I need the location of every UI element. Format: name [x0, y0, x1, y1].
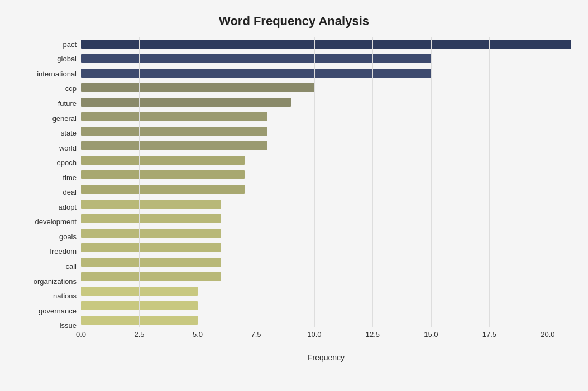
y-labels: pactglobalinternationalccpfuturegenerals… — [17, 37, 81, 350]
y-label: issue — [60, 322, 77, 329]
bar — [81, 214, 221, 223]
x-tick: 12.5 — [366, 330, 380, 339]
x-axis-label: Frequency — [308, 353, 345, 362]
bar-row — [81, 211, 571, 226]
y-label: organizations — [34, 278, 77, 285]
bar-row — [81, 109, 571, 124]
bar-row — [81, 167, 571, 182]
y-label: general — [52, 115, 77, 122]
bar-row — [81, 51, 571, 66]
bar-row — [81, 240, 571, 255]
bar — [81, 243, 221, 252]
bar-row — [81, 197, 571, 211]
bar-row — [81, 269, 571, 284]
bar-row — [81, 226, 571, 240]
bar-row — [81, 153, 571, 167]
grid-line — [256, 37, 256, 327]
y-label: ccp — [65, 85, 77, 92]
bars-rows — [81, 37, 571, 327]
grid-line — [431, 37, 432, 327]
y-label: pact — [63, 41, 77, 48]
bar — [81, 200, 221, 209]
grid-line — [372, 37, 373, 327]
y-label: freedom — [50, 248, 77, 255]
bar — [81, 272, 221, 281]
bar-row — [81, 95, 571, 109]
bars-area — [81, 37, 571, 327]
bar-row — [81, 284, 571, 298]
y-label: call — [65, 263, 77, 270]
grid-line — [139, 37, 140, 327]
y-label: state — [61, 129, 77, 137]
bar — [81, 112, 267, 121]
bar — [81, 141, 267, 150]
bar — [81, 98, 291, 107]
y-label: global — [57, 55, 77, 62]
bar-row — [81, 182, 571, 196]
bars-and-xaxis: Frequency 0.02.55.07.510.012.515.017.520… — [81, 37, 571, 350]
y-label: adopt — [58, 204, 77, 211]
bar-row — [81, 37, 571, 51]
y-label: world — [59, 144, 77, 152]
grid-line — [489, 37, 490, 327]
bar-row — [81, 298, 571, 313]
chart-title: Word Frequency Analysis — [17, 11, 571, 28]
x-tick: 2.5 — [134, 330, 144, 339]
chart-area: pactglobalinternationalccpfuturegenerals… — [17, 37, 571, 350]
grid-line — [548, 37, 548, 327]
x-tick: 7.5 — [251, 330, 261, 339]
bar — [81, 185, 245, 194]
x-tick: 0.0 — [76, 330, 86, 339]
y-label: time — [63, 174, 77, 181]
x-tick: 15.0 — [424, 330, 438, 339]
bar — [81, 156, 245, 165]
bar-row — [81, 66, 571, 80]
bar-row — [81, 313, 571, 327]
bar — [81, 229, 221, 238]
bar-row — [81, 124, 571, 138]
y-label: future — [58, 100, 77, 107]
y-label: development — [35, 218, 77, 225]
x-tick: 17.5 — [482, 330, 496, 339]
y-label: international — [37, 70, 77, 78]
x-tick: 10.0 — [307, 330, 321, 339]
bar-row — [81, 80, 571, 95]
grid-line — [198, 37, 198, 327]
bar — [81, 40, 571, 49]
x-axis: Frequency 0.02.55.07.510.012.515.017.520… — [81, 327, 571, 350]
bar — [81, 127, 267, 136]
bar — [81, 258, 221, 267]
y-label: governance — [39, 307, 77, 315]
bar-row — [81, 138, 571, 153]
chart-container: Word Frequency Analysis pactglobalintern… — [0, 0, 588, 391]
bar — [81, 170, 245, 179]
y-label: goals — [59, 233, 77, 240]
grid-line — [314, 37, 315, 327]
y-label: epoch — [57, 159, 77, 166]
y-label: nations — [53, 292, 77, 300]
x-tick: 20.0 — [541, 330, 554, 339]
y-label: deal — [63, 189, 77, 196]
x-tick: 5.0 — [193, 330, 203, 339]
bar-row — [81, 255, 571, 269]
